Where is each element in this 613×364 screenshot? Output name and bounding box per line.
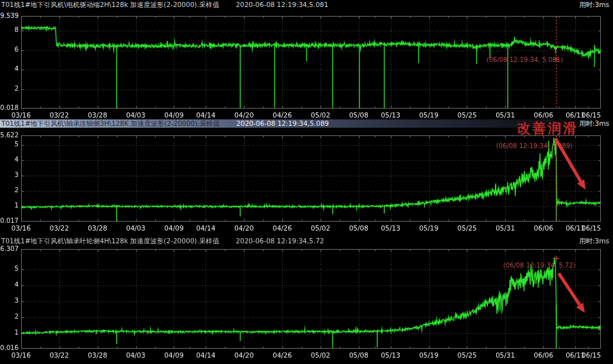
y-axis-tick-label: 1: [0, 202, 19, 209]
elapsed-time-label: 用时:3ms: [579, 119, 613, 128]
chart-cursor-timestamp: 2020-06-08 12:19:34,5.081: [236, 1, 328, 9]
x-axis-date-label: 04/03: [117, 351, 155, 359]
y-axis-tick-label: 2: [0, 85, 19, 92]
x-axis-date-label: 05/25: [448, 111, 486, 119]
y-axis-tick-label: 8: [0, 26, 19, 33]
x-axis-date-label: 04/14: [186, 224, 225, 232]
x-axis-date-label: 04/20: [225, 111, 263, 119]
x-axis-date-label: 03/28: [79, 351, 117, 359]
y-axis-tick-label: 5: [0, 265, 19, 272]
x-axis-date-label: 05/13: [372, 351, 410, 359]
x-axis-date-label: 03/16: [2, 111, 40, 119]
x-axis-date-label: 06/15: [572, 111, 610, 119]
x-axis-date-label: 05/02: [301, 351, 340, 359]
y-axis-tick-label: 4: [0, 65, 19, 72]
x-axis-date-label: 04/20: [225, 224, 263, 232]
chart-cursor-timestamp: 2020-06-08 12:19:34,5.089: [236, 119, 329, 128]
chart-header[interactable]: T01线1#地下引风机\轴承叶轮侧4H\128k 加速度波形(2-20000).…: [0, 237, 613, 245]
x-axis-date-label: 05/31: [486, 111, 524, 119]
y-axis-tick-label: 4: [0, 156, 19, 163]
chart-title: T01线1#地下引风机\电机驱动端2H\128k 加速度波形(2-20000).…: [0, 1, 219, 9]
y-axis-min-label: 0.016: [0, 344, 19, 351]
y-axis-max-label: 5.622: [0, 132, 19, 139]
x-axis-date-label: 05/19: [410, 111, 448, 119]
chart-title: T01线1#地下引风机\轴承连轴侧3H\128K 加速度波形(2-20000).…: [0, 119, 220, 128]
y-axis-max-label: 6.307: [0, 245, 19, 252]
x-axis-date-label: 04/26: [263, 224, 301, 232]
x-axis-date-label: 04/14: [186, 111, 225, 119]
y-axis-min-label: 0.017: [0, 217, 19, 224]
cursor-readout: (06/08 12:19:34, 5.089): [496, 142, 573, 149]
y-axis-tick-label: 6: [0, 46, 19, 53]
x-axis-date-label: 06/15: [572, 351, 610, 359]
x-axis-date-label: 05/13: [372, 224, 410, 232]
x-axis-date-label: 05/02: [301, 224, 340, 232]
chart-panel-bearing-impeller-side: T01线1#地下引风机\轴承叶轮侧4H\128k 加速度波形(2-20000).…: [0, 234, 613, 364]
x-axis-date-label: 03/16: [2, 224, 40, 232]
x-axis-date-label: 05/31: [486, 224, 524, 232]
chart-panel-motor-drive-end: T01线1#地下引风机\电机驱动端2H\128k 加速度波形(2-20000).…: [0, 0, 613, 119]
x-axis-date-label: 05/25: [448, 224, 486, 232]
x-axis-date-label: 04/20: [225, 351, 263, 359]
y-axis-min-label: 0.018: [0, 104, 19, 111]
x-axis-date-label: 05/25: [448, 351, 486, 359]
x-axis-date-label: 06/15: [572, 224, 610, 232]
y-axis-tick-label: 3: [0, 297, 19, 304]
chart-title: T01线1#地下引风机\轴承叶轮侧4H\128k 加速度波形(2-20000).…: [0, 237, 219, 245]
x-axis-date-label: 03/28: [79, 224, 117, 232]
y-axis-tick-label: 4: [0, 281, 19, 288]
x-axis-date-label: 05/19: [410, 224, 448, 232]
chart-header[interactable]: T01线1#地下引风机\电机驱动端2H\128k 加速度波形(2-20000).…: [0, 1, 613, 9]
x-axis-date-label: 04/26: [263, 111, 301, 119]
y-axis-tick-label: 3: [0, 171, 19, 178]
x-axis-date-label: 03/28: [79, 111, 117, 119]
x-axis-date-label: 05/02: [301, 111, 340, 119]
y-axis-tick-label: 1: [0, 329, 19, 336]
x-axis-date-label: 04/26: [263, 351, 301, 359]
x-axis-date-label: 05/19: [410, 351, 448, 359]
cursor-readout: (06/08 12:19:34, 5.081): [487, 56, 563, 63]
x-axis-date-label: 04/03: [117, 111, 155, 119]
chart-cursor-timestamp: 2020-06-08 12:19:34,5.72: [236, 237, 324, 245]
x-axis-date-label: 03/16: [2, 351, 40, 359]
vibration-trend-app: T01线1#地下引风机\电机驱动端2H\128k 加速度波形(2-20000).…: [0, 0, 613, 364]
x-axis-date-label: 04/03: [117, 224, 155, 232]
y-axis-tick-label: 5: [0, 140, 19, 148]
x-axis-date-label: 05/31: [486, 351, 524, 359]
lubrication-annotation: 改善润滑: [517, 119, 579, 137]
y-axis-max-label: 9.539: [0, 12, 19, 19]
x-axis-date-label: 03/22: [40, 351, 79, 359]
elapsed-time-label: 用时:3ms: [579, 237, 613, 245]
y-axis-tick-label: 2: [0, 313, 19, 320]
x-axis-date-label: 04/14: [186, 351, 225, 359]
elapsed-time-label: 用时:3ms: [579, 1, 613, 9]
x-axis-date-label: 03/22: [40, 111, 79, 119]
y-axis-tick-label: 2: [0, 186, 19, 193]
cursor-readout: (06/08 12:19:34, 5.72): [503, 262, 575, 269]
x-axis-date-label: 05/13: [372, 111, 410, 119]
x-axis-date-label: 03/22: [40, 224, 79, 232]
